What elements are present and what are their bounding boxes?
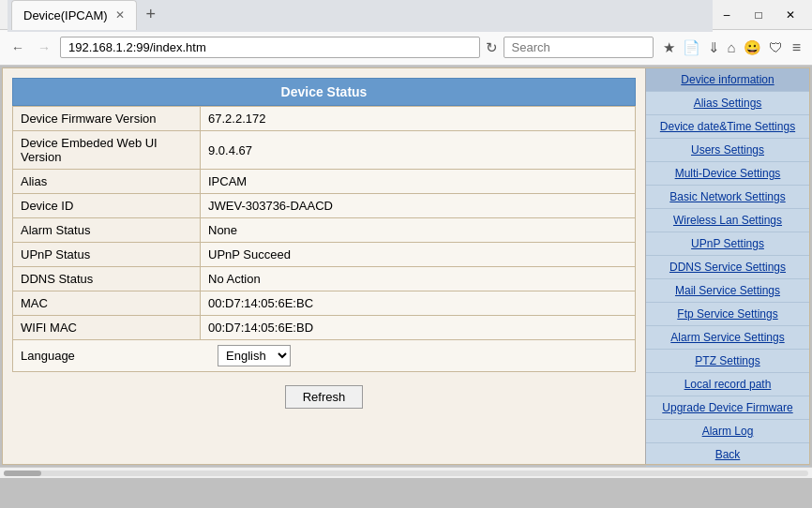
sidebar-item-alarm-service[interactable]: Alarm Service Settings (646, 326, 809, 350)
sidebar-item-basic-network[interactable]: Basic Network Settings (646, 186, 809, 209)
row-value: 00:D7:14:05:6E:BC (201, 291, 636, 316)
tab-bar: Device(IPCAM) ✕ + (8, 0, 713, 32)
row-value: 9.0.4.67 (201, 131, 636, 170)
table-row: MAC00:D7:14:05:6E:BC (13, 291, 636, 316)
sidebar-item-multi-device[interactable]: Multi-Device Settings (646, 162, 809, 186)
sidebar-item-ddns-service[interactable]: DDNS Service Settings (646, 256, 809, 279)
bookmark-star-icon[interactable]: ★ (663, 39, 675, 56)
smiley-icon[interactable]: 😀 (744, 39, 761, 56)
row-value: No Action (201, 267, 636, 291)
reload-button[interactable]: ↻ (486, 39, 498, 56)
toolbar-icons: ★ 📄 ⇓ ⌂ 😀 🛡 (663, 39, 783, 56)
table-row: Device IDJWEV-303736-DAACD (13, 194, 636, 218)
row-value: JWEV-303736-DAACD (201, 194, 636, 218)
title-bar: Device(IPCAM) ✕ + – □ ✕ (0, 0, 812, 30)
row-label: DDNS Status (13, 267, 201, 291)
reading-view-icon[interactable]: 📄 (683, 39, 700, 56)
menu-button[interactable]: ≡ (789, 37, 804, 58)
sidebar-item-ftp-service[interactable]: Ftp Service Settings (646, 303, 809, 326)
sidebar-item-upgrade-firmware[interactable]: Upgrade Device Firmware (646, 396, 809, 420)
language-select[interactable]: EnglishChineseFrenchGermanSpanish (218, 345, 291, 366)
download-icon[interactable]: ⇓ (708, 39, 720, 56)
sidebar-item-users-settings[interactable]: Users Settings (646, 139, 809, 162)
sidebar-item-wireless-lan[interactable]: Wireless Lan Settings (646, 209, 809, 232)
minimize-button[interactable]: – (713, 6, 741, 24)
row-value: UPnP Succeed (201, 243, 636, 267)
address-bar: ← → ↻ ★ 📄 ⇓ ⌂ 😀 🛡 ≡ (0, 30, 812, 66)
status-table: Device Firmware Version67.2.2.172Device … (12, 106, 636, 340)
row-label: Device ID (13, 194, 201, 218)
row-label: Alias (13, 170, 201, 194)
language-label: Language (21, 349, 208, 363)
row-label: Device Firmware Version (13, 107, 201, 131)
forward-button[interactable]: → (34, 38, 54, 57)
sidebar-item-back[interactable]: Back (646, 443, 809, 467)
sidebar-item-upnp-settings[interactable]: UPnP Settings (646, 232, 809, 256)
close-button[interactable]: ✕ (776, 6, 804, 24)
table-row: DDNS StatusNo Action (13, 267, 636, 291)
table-row: Alarm StatusNone (13, 218, 636, 243)
sidebar: Device informationAlias SettingsDevice d… (645, 68, 809, 464)
main-panel: Device Status Device Firmware Version67.… (3, 68, 645, 464)
horizontal-scrollbar[interactable] (0, 467, 812, 478)
table-row: WIFI MAC00:D7:14:05:6E:BD (13, 316, 636, 340)
content-area: Device Status Device Firmware Version67.… (2, 67, 810, 465)
new-tab-button[interactable]: + (139, 5, 164, 24)
scroll-thumb[interactable] (4, 471, 41, 476)
table-row: Device Embeded Web UI Version9.0.4.67 (13, 131, 636, 170)
window-controls: – □ ✕ (713, 6, 804, 24)
row-label: Device Embeded Web UI Version (13, 131, 201, 170)
sidebar-item-alarm-log[interactable]: Alarm Log (646, 420, 809, 443)
home-icon[interactable]: ⌂ (728, 39, 736, 56)
row-label: UPnP Status (13, 243, 201, 267)
row-value: 00:D7:14:05:6E:BD (201, 316, 636, 340)
row-label: Alarm Status (13, 218, 201, 243)
row-label: WIFI MAC (13, 316, 201, 340)
sidebar-item-local-record[interactable]: Local record path (646, 373, 809, 396)
row-value: IPCAM (201, 170, 636, 194)
search-input[interactable] (504, 37, 654, 58)
sidebar-item-device-datetime[interactable]: Device date&Time Settings (646, 115, 809, 139)
scroll-track (4, 471, 808, 476)
shield-icon[interactable]: 🛡 (769, 39, 783, 56)
table-row: AliasIPCAM (13, 170, 636, 194)
table-row: Device Firmware Version67.2.2.172 (13, 107, 636, 131)
table-row: UPnP StatusUPnP Succeed (13, 243, 636, 267)
row-label: MAC (13, 291, 201, 316)
row-value: None (201, 218, 636, 243)
row-value: 67.2.2.172 (201, 107, 636, 131)
refresh-button[interactable]: Refresh (285, 385, 364, 409)
maximize-button[interactable]: □ (744, 6, 773, 24)
address-input[interactable] (60, 37, 480, 58)
sidebar-item-mail-service[interactable]: Mail Service Settings (646, 279, 809, 303)
sidebar-item-device-information[interactable]: Device information (646, 68, 809, 92)
browser-tab[interactable]: Device(IPCAM) ✕ (11, 0, 137, 30)
back-button[interactable]: ← (8, 38, 28, 57)
sidebar-item-ptz-settings[interactable]: PTZ Settings (646, 350, 809, 373)
tab-close-icon[interactable]: ✕ (115, 8, 125, 22)
tab-label: Device(IPCAM) (23, 8, 108, 22)
sidebar-item-alias-settings[interactable]: Alias Settings (646, 92, 809, 115)
language-row: Language EnglishChineseFrenchGermanSpani… (12, 340, 636, 372)
device-status-title: Device Status (12, 78, 636, 106)
